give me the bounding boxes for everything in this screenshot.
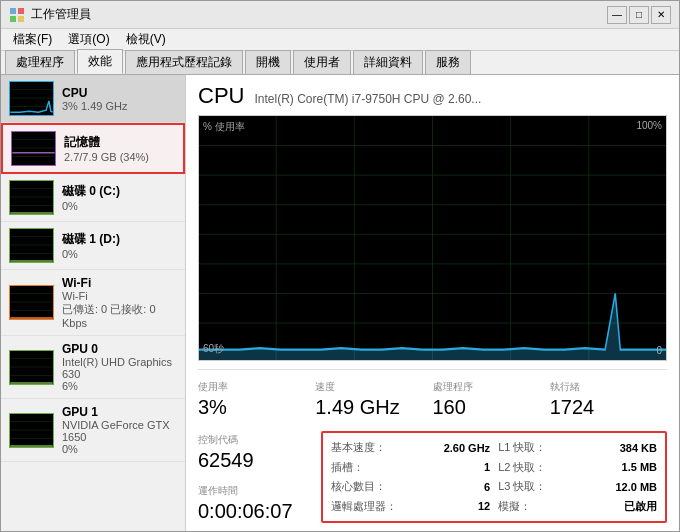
- tab-startup[interactable]: 開機: [245, 50, 291, 74]
- gpu1-info: GPU 1 NVIDIA GeForce GTX 1650 0%: [62, 405, 177, 455]
- stats-row: 使用率 3% 速度 1.49 GHz 處理程序 160 執行緒 1724: [198, 369, 667, 425]
- window-title: 工作管理員: [31, 6, 91, 23]
- stat-usage-label: 使用率: [198, 380, 307, 394]
- wifi-mini-graph: [9, 285, 54, 320]
- content-area: CPU 3% 1.49 GHz 記憶體 2.7/7.9 GB (34%): [1, 75, 679, 531]
- panel-title: CPU: [198, 83, 244, 109]
- cpu-label: CPU: [62, 86, 127, 100]
- cpu-info: CPU 3% 1.49 GHz: [62, 86, 127, 112]
- stat-speed-value: 1.49 GHz: [315, 396, 424, 419]
- gpu1-label: GPU 1: [62, 405, 177, 419]
- detail-socket: 插槽： 1: [331, 459, 490, 477]
- gpu0-info: GPU 0 Intel(R) UHD Graphics 630 6%: [62, 342, 177, 392]
- stat-processes-value: 160: [433, 396, 542, 419]
- detail-logical-label: 邏輯處理器：: [331, 499, 397, 514]
- detail-virt: 模擬： 已啟用: [498, 498, 657, 516]
- detail-virt-label: 模擬：: [498, 499, 531, 514]
- graph-x-right: 0: [656, 345, 662, 356]
- tab-details[interactable]: 詳細資料: [353, 50, 423, 74]
- gpu1-mini-graph: [9, 413, 54, 448]
- stat-threads: 執行緒 1724: [550, 378, 667, 425]
- detail-base-speed-label: 基本速度：: [331, 440, 386, 455]
- details-grid: 基本速度： 2.60 GHz L1 快取： 384 KB 插槽： 1 L2 快取…: [321, 431, 667, 523]
- wifi-info: Wi-Fi Wi-Fi 已傳送: 0 已接收: 0 Kbps: [62, 276, 177, 329]
- detail-cores-value: 6: [484, 481, 490, 493]
- title-bar-left: 工作管理員: [9, 6, 91, 23]
- sidebar-item-gpu0[interactable]: GPU 0 Intel(R) UHD Graphics 630 6%: [1, 336, 185, 399]
- stat-handles-label: 控制代碼: [198, 433, 305, 447]
- gpu0-mini-graph: [9, 350, 54, 385]
- sidebar-item-wifi[interactable]: Wi-Fi Wi-Fi 已傳送: 0 已接收: 0 Kbps: [1, 270, 185, 336]
- detail-socket-value: 1: [484, 461, 490, 473]
- disk0-info: 磁碟 0 (C:) 0%: [62, 183, 120, 212]
- svg-rect-2: [10, 16, 16, 22]
- minimize-button[interactable]: —: [607, 6, 627, 24]
- menu-bar: 檔案(F) 選項(O) 檢視(V): [1, 29, 679, 51]
- graph-y-max: 100%: [636, 120, 662, 131]
- detail-logical: 邏輯處理器： 12: [331, 498, 490, 516]
- tab-performance[interactable]: 效能: [77, 49, 123, 74]
- memory-info: 記憶體 2.7/7.9 GB (34%): [64, 134, 149, 163]
- gpu0-value2: 6%: [62, 380, 177, 392]
- stat-processes: 處理程序 160: [433, 378, 550, 425]
- stat-handles: 控制代碼 62549: [198, 431, 313, 478]
- stat-processes-label: 處理程序: [433, 380, 542, 394]
- stat-uptime: 運作時間 0:00:06:07: [198, 484, 313, 523]
- stat-speed-label: 速度: [315, 380, 424, 394]
- detail-base-speed: 基本速度： 2.60 GHz: [331, 439, 490, 457]
- detail-l2-value: 1.5 MB: [622, 461, 657, 473]
- stat-usage-value: 3%: [198, 396, 307, 419]
- stat-speed: 速度 1.49 GHz: [315, 378, 432, 425]
- wifi-label: Wi-Fi: [62, 276, 177, 290]
- detail-socket-label: 插槽：: [331, 460, 364, 475]
- detail-base-speed-value: 2.60 GHz: [444, 442, 490, 454]
- tab-app-history[interactable]: 應用程式歷程記錄: [125, 50, 243, 74]
- task-manager-window: 工作管理員 — □ ✕ 檔案(F) 選項(O) 檢視(V) 處理程序 效能 應用…: [0, 0, 680, 532]
- tab-users[interactable]: 使用者: [293, 50, 351, 74]
- memory-mini-graph: [11, 131, 56, 166]
- stat-threads-label: 執行緒: [550, 380, 659, 394]
- disk0-label: 磁碟 0 (C:): [62, 183, 120, 200]
- tab-services[interactable]: 服務: [425, 50, 471, 74]
- detail-l3: L3 快取： 12.0 MB: [498, 478, 657, 496]
- disk0-mini-graph: [9, 180, 54, 215]
- sidebar: CPU 3% 1.49 GHz 記憶體 2.7/7.9 GB (34%): [1, 75, 186, 531]
- panel-header: CPU Intel(R) Core(TM) i7-9750H CPU @ 2.6…: [198, 83, 667, 109]
- sidebar-item-disk1[interactable]: 磁碟 1 (D:) 0%: [1, 222, 185, 270]
- svg-rect-3: [18, 16, 24, 22]
- detail-virt-value: 已啟用: [624, 499, 657, 514]
- memory-value: 2.7/7.9 GB (34%): [64, 151, 149, 163]
- title-bar: 工作管理員 — □ ✕: [1, 1, 679, 29]
- cpu-value: 3% 1.49 GHz: [62, 100, 127, 112]
- menu-view[interactable]: 檢視(V): [118, 29, 174, 50]
- detail-l1: L1 快取： 384 KB: [498, 439, 657, 457]
- svg-rect-1: [18, 8, 24, 14]
- stat-handles-value: 62549: [198, 449, 305, 472]
- disk0-value: 0%: [62, 200, 120, 212]
- menu-options[interactable]: 選項(O): [60, 29, 117, 50]
- sidebar-item-memory[interactable]: 記憶體 2.7/7.9 GB (34%): [1, 123, 185, 174]
- tabs-bar: 處理程序 效能 應用程式歷程記錄 開機 使用者 詳細資料 服務: [1, 51, 679, 75]
- svg-rect-0: [10, 8, 16, 14]
- cpu-mini-graph: [9, 81, 54, 116]
- stat-usage: 使用率 3%: [198, 378, 315, 425]
- graph-y-label: % 使用率: [203, 120, 245, 134]
- sidebar-item-cpu[interactable]: CPU 3% 1.49 GHz: [1, 75, 185, 123]
- sidebar-item-disk0[interactable]: 磁碟 0 (C:) 0%: [1, 174, 185, 222]
- bottom-row: 控制代碼 62549 運作時間 0:00:06:07 基本速度： 2.60 GH…: [198, 431, 667, 523]
- sidebar-item-gpu1[interactable]: GPU 1 NVIDIA GeForce GTX 1650 0%: [1, 399, 185, 462]
- detail-l1-value: 384 KB: [620, 442, 657, 454]
- close-button[interactable]: ✕: [651, 6, 671, 24]
- disk1-info: 磁碟 1 (D:) 0%: [62, 231, 120, 260]
- detail-cores: 核心數目： 6: [331, 478, 490, 496]
- gpu0-value1: Intel(R) UHD Graphics 630: [62, 356, 177, 380]
- disk1-mini-graph: [9, 228, 54, 263]
- maximize-button[interactable]: □: [629, 6, 649, 24]
- detail-l1-label: L1 快取：: [498, 440, 546, 455]
- detail-cores-label: 核心數目：: [331, 479, 386, 494]
- uptime-value: 0:00:06:07: [198, 500, 313, 523]
- tab-processes[interactable]: 處理程序: [5, 50, 75, 74]
- uptime-label: 運作時間: [198, 484, 313, 498]
- menu-file[interactable]: 檔案(F): [5, 29, 60, 50]
- main-panel: CPU Intel(R) Core(TM) i7-9750H CPU @ 2.6…: [186, 75, 679, 531]
